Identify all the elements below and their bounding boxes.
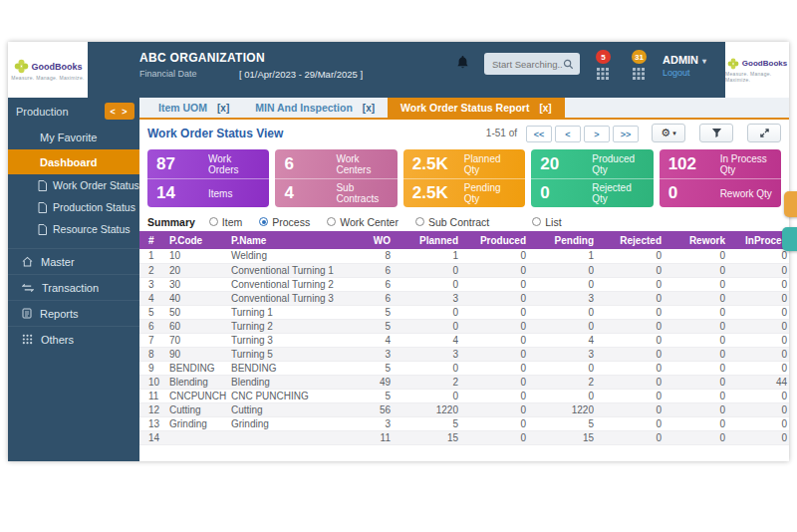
sidebar-item-label: Dashboard: [40, 156, 97, 168]
column-header-produced[interactable]: Produced: [474, 231, 542, 249]
sidebar-item-others[interactable]: Others: [8, 326, 139, 352]
cell: 5: [355, 361, 406, 375]
sidebar-item-label: Production Status: [53, 201, 135, 213]
user-menu[interactable]: ADMIN▾ Logout: [663, 54, 706, 78]
app-window: GoodBooks Measure. Manage. Maximize. ABC…: [8, 42, 789, 461]
tab-min-and-inspection[interactable]: MIN And Inspection[x]: [242, 98, 388, 118]
notification-group-2[interactable]: 31: [630, 54, 652, 80]
cell: 12: [139, 402, 165, 416]
cell: 0: [741, 249, 789, 263]
cell: [227, 430, 355, 444]
search-input[interactable]: [492, 59, 563, 70]
summary-radio-sub-contract[interactable]: Sub Contract: [415, 216, 489, 228]
financial-date-label: Financial Date: [139, 69, 197, 79]
prev-page-button[interactable]: <: [555, 126, 581, 142]
tab-item-uom[interactable]: Item UOM[x]: [145, 98, 242, 118]
cell: Conventional Turning 3: [227, 291, 355, 305]
edge-action-teal-button[interactable]: [782, 227, 797, 251]
sidebar-item-my-favorite[interactable]: My Favorite: [8, 126, 139, 149]
radio-icon[interactable]: [259, 217, 268, 226]
expand-button[interactable]: [747, 124, 781, 142]
brand-tagline: Measure. Manage. Maximize.: [11, 75, 84, 81]
first-page-button[interactable]: <<: [526, 126, 552, 142]
column-header-[interactable]: #: [139, 231, 165, 249]
column-header-pending[interactable]: Pending: [542, 231, 610, 249]
radio-icon[interactable]: [327, 217, 336, 226]
cell: 0: [474, 361, 542, 375]
cell: 0: [474, 402, 542, 416]
sidebar-item-label: Resource Status: [53, 223, 131, 235]
cell: 0: [474, 305, 542, 319]
cell: 8: [139, 347, 165, 361]
summary-radio-work-center[interactable]: Work Center: [327, 216, 398, 228]
cell: 0: [741, 263, 789, 277]
settings-button[interactable]: ⚙ ▾: [652, 124, 685, 142]
summary-radio-item[interactable]: Item: [209, 216, 242, 228]
column-header-planned[interactable]: Planned: [406, 231, 474, 249]
sidebar-collapse-button[interactable]: < >: [105, 103, 134, 120]
kpi-value: 14: [156, 183, 208, 203]
edge-action-orange-button[interactable]: [784, 191, 797, 217]
pager: <<<>>>: [526, 124, 642, 143]
cell: 13: [139, 416, 165, 430]
sidebar-item-reports[interactable]: Reports: [8, 300, 139, 326]
sidebar-item-work-order-status[interactable]: Work Order Status: [8, 174, 139, 196]
tab-close-icon[interactable]: [x]: [539, 103, 551, 114]
cell: 0: [677, 361, 741, 375]
cell: 3: [406, 347, 474, 361]
brand-logo-right: GoodBooks Measure. Manage. Maximize.: [725, 42, 789, 98]
sidebar-item-dashboard[interactable]: Dashboard: [8, 149, 139, 174]
next-page-button[interactable]: >: [584, 126, 610, 142]
cell: 5: [139, 305, 165, 319]
goodbooks-clover-icon: [14, 59, 29, 74]
last-page-button[interactable]: >>: [613, 126, 639, 142]
sidebar-item-production-status[interactable]: Production Status: [8, 196, 139, 218]
column-header-pcode[interactable]: P.Code: [165, 231, 227, 249]
search-box[interactable]: [484, 53, 580, 75]
sidebar-item-master[interactable]: Master: [8, 248, 139, 274]
cell: 30: [165, 277, 227, 291]
column-header-rejected[interactable]: Rejected: [610, 231, 677, 249]
kpi-value: 0: [668, 183, 720, 203]
tab-close-icon[interactable]: [x]: [217, 103, 229, 114]
sidebar-item-resource-status[interactable]: Resource Status: [8, 218, 139, 240]
summary-radio-list[interactable]: List: [532, 216, 561, 228]
cell: 56: [355, 402, 406, 416]
kpi-metric: 2.5KPlanned Qty: [403, 149, 525, 178]
cell: 70: [165, 333, 227, 347]
kpi-cards: 87Work Orders14Items6Work Centers4Sub Co…: [139, 146, 789, 213]
user-name[interactable]: ADMIN: [663, 54, 698, 66]
kpi-label: Work Orders: [208, 153, 260, 175]
cell: 0: [406, 361, 474, 375]
tab-work-order-status-report[interactable]: Work Order Status Report[x]: [388, 98, 565, 118]
cell: 0: [741, 361, 789, 375]
logout-link[interactable]: Logout: [663, 68, 706, 78]
radio-icon[interactable]: [532, 217, 541, 226]
summary-radio-process[interactable]: Process: [259, 216, 310, 228]
notification-badge-red[interactable]: 5: [596, 50, 611, 64]
sidebar-item-transaction[interactable]: Transaction: [8, 274, 139, 300]
cell: 0: [610, 319, 677, 333]
radio-icon[interactable]: [209, 217, 218, 226]
notification-group-1[interactable]: 5: [594, 54, 616, 80]
cell: 0: [474, 375, 542, 389]
column-header-rework[interactable]: Rework: [677, 231, 741, 249]
cell: 0: [677, 305, 741, 319]
bell-icon[interactable]: [456, 55, 469, 70]
cell: 3: [542, 291, 610, 305]
cell: 14: [139, 430, 165, 444]
radio-icon[interactable]: [415, 217, 424, 226]
tab-close-icon[interactable]: [x]: [363, 103, 375, 114]
kpi-metric: 0Rejected Qty: [531, 178, 653, 207]
kpi-value: 20: [540, 154, 592, 174]
column-header-pname[interactable]: P.Name: [227, 231, 355, 249]
cell: Blending: [165, 375, 227, 389]
table-row: 770Turning 34404000: [139, 333, 789, 347]
brand-tagline: Measure. Manage. Maximize.: [725, 71, 789, 83]
column-header-wo[interactable]: WO: [355, 231, 406, 249]
cell: 15: [406, 430, 474, 444]
cell: 0: [474, 347, 542, 361]
search-icon[interactable]: [563, 59, 574, 70]
filter-button[interactable]: [699, 124, 733, 142]
notification-badge-orange[interactable]: 31: [632, 50, 647, 64]
